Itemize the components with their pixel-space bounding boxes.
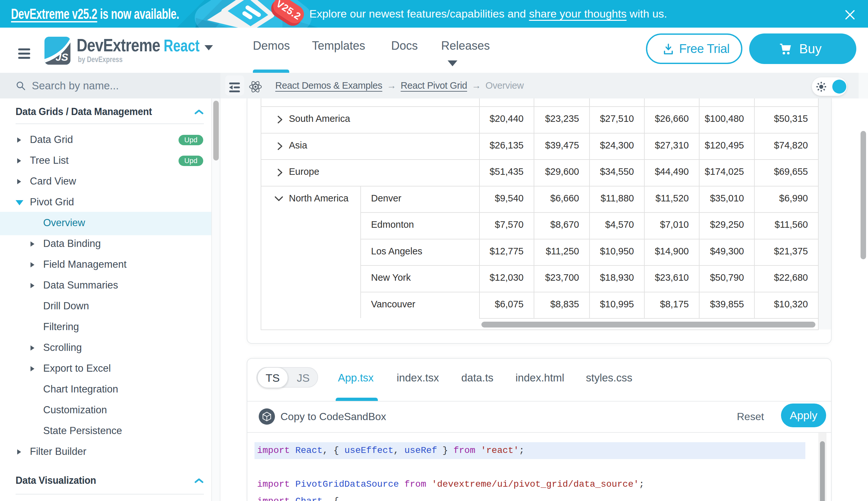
svg-text:JS: JS <box>55 51 68 63</box>
